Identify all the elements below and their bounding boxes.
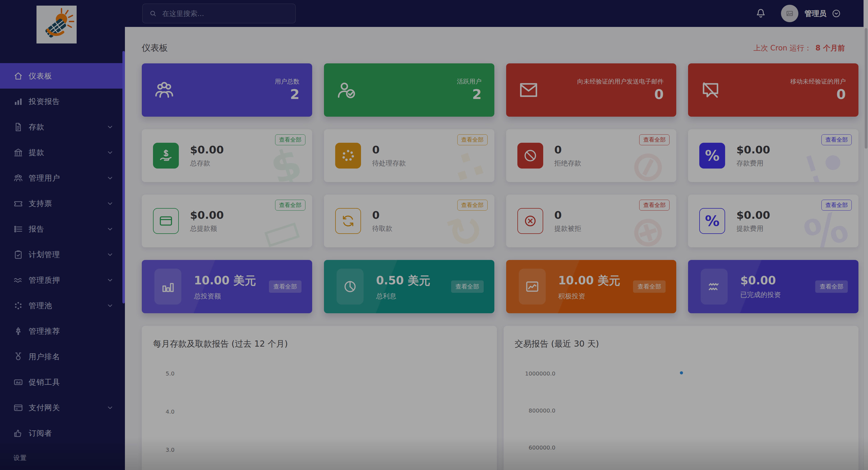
page-scrollbar-thumb[interactable] <box>865 28 867 148</box>
view-all-badge[interactable]: 查看全部 <box>822 134 852 145</box>
chevron-down-icon <box>106 174 114 182</box>
thumbs-up-icon <box>13 429 23 438</box>
y-tick: 4.0 <box>166 408 175 415</box>
y-tick: 1000000.0 <box>519 370 556 377</box>
credit-card-icon <box>13 403 23 412</box>
sidebar-item-support-tickets[interactable]: 支持票 <box>0 191 125 216</box>
chart-title: 交易报告 (最近 30 天) <box>515 338 847 350</box>
line-chart-icon <box>519 269 546 305</box>
view-all-badge[interactable]: 查看全部 <box>275 200 305 211</box>
stat-card-total-invested: 10.00 美元总投资额 查看全部 <box>142 260 312 313</box>
chevron-down-circle-icon[interactable] <box>832 9 841 18</box>
spinner-icon <box>335 143 361 169</box>
sidebar-item-promo-tools[interactable]: Ad 促销工具 <box>0 369 125 395</box>
stat-card-completed-investments: $0.00已完成的投资 查看全部 <box>688 260 859 313</box>
sidebar-item-dashboard[interactable]: 仪表板 <box>0 63 125 89</box>
stat-card-total-withdrawn: 查看全部 $0.00总提款额 ▭ <box>142 195 312 247</box>
view-all-badge[interactable]: 查看全部 <box>451 280 484 293</box>
search-box[interactable] <box>142 4 296 23</box>
view-all-badge[interactable]: 查看全部 <box>457 134 488 145</box>
chevron-down-icon <box>106 276 114 284</box>
search-input[interactable] <box>162 9 289 18</box>
sidebar-item-deposits[interactable]: 存款 <box>0 114 125 140</box>
medal-icon <box>13 352 23 362</box>
sidebar-item-manage-pool[interactable]: 管理池 <box>0 293 125 318</box>
sidebar-item-manage-staking[interactable]: 管理质押 <box>0 267 125 293</box>
y-tick: 600000.0 <box>519 444 556 451</box>
stats-grid: 用户总数2 活跃用户2 向未经验证的用户发送电子邮件0 移动未经验证的用户0 查… <box>142 63 859 313</box>
sidebar-scrollbar[interactable] <box>122 51 125 303</box>
waves-icon <box>13 275 23 285</box>
sidebar-item-general-settings[interactable]: 通用设置 <box>0 464 125 470</box>
sidebar-item-user-ranking[interactable]: 用户排名 <box>0 344 125 369</box>
chevron-down-icon <box>106 302 114 309</box>
users-icon <box>13 173 23 183</box>
bell-icon[interactable] <box>755 8 766 19</box>
charts-row: 每月存款及取款报告 (过去 12 个月) 5.0 4.0 3.0 交易报告 (最… <box>142 326 859 470</box>
page-title: 仪表板 <box>142 42 168 54</box>
chevron-down-icon <box>106 200 114 207</box>
stat-card-pending-deposits: 查看全部 0待处理存款 ∴ <box>324 129 494 182</box>
stat-card-email-unverified-users[interactable]: 向未经验证的用户发送电子邮件0 <box>506 63 677 117</box>
bar-chart-icon <box>13 97 23 106</box>
sidebar-item-withdrawals[interactable]: 提款 <box>0 140 125 165</box>
sidebar-menu: 仪表板 投资报告 存款 提款 管理用户 支持票 报告 <box>0 63 125 470</box>
top-right-cluster: 管理员 <box>755 5 864 22</box>
sidebar: 仪表板 投资报告 存款 提款 管理用户 支持票 报告 <box>0 0 125 470</box>
stat-card-rejected-withdrawals: 查看全部 0提款被拒 ⊕ <box>506 195 677 247</box>
pie-chart-icon <box>337 269 364 305</box>
settings-section-label: 设置 <box>13 454 125 462</box>
refresh-icon <box>335 208 361 234</box>
view-all-badge[interactable]: 查看全部 <box>269 280 302 293</box>
zigzag-icon <box>701 269 727 305</box>
stat-card-total-deposit: 查看全部 $0.00总存款 $ <box>142 129 312 182</box>
monthly-deposit-withdraw-chart: 每月存款及取款报告 (过去 12 个月) 5.0 4.0 3.0 <box>142 326 497 470</box>
stat-card-active-users[interactable]: 活跃用户2 <box>324 63 494 117</box>
view-all-badge[interactable]: 查看全部 <box>633 280 665 293</box>
ban-icon <box>517 143 543 169</box>
ticket-icon <box>13 199 23 208</box>
sidebar-item-invest-report[interactable]: 投资报告 <box>0 89 125 114</box>
ad-icon: Ad <box>13 377 23 387</box>
stat-card-mobile-unverified-users[interactable]: 移动未经验证的用户0 <box>688 63 859 117</box>
view-all-badge[interactable]: 查看全部 <box>822 200 852 211</box>
sidebar-item-payment-gateways[interactable]: 支付网关 <box>0 395 125 421</box>
stat-card-rejected-deposits: 查看全部 0拒绝存款 ⊘ <box>506 129 677 182</box>
file-dollar-icon <box>13 122 23 132</box>
stat-card-withdrawal-charges: 查看全部 % $0.00提款费用 % <box>688 195 859 247</box>
pool-icon <box>13 301 23 310</box>
view-all-badge[interactable]: 查看全部 <box>815 280 848 293</box>
view-all-badge[interactable]: 查看全部 <box>275 134 305 145</box>
stat-card-total-users[interactable]: 用户总数2 <box>142 63 312 117</box>
cron-status: 上次 Cron 运行：8 个月前 <box>753 43 845 53</box>
envelope-icon <box>519 80 538 100</box>
tree-icon <box>13 327 23 336</box>
x-circle-icon <box>517 208 543 234</box>
y-tick: 3.0 <box>166 446 175 453</box>
top-bar: 管理员 <box>125 0 864 27</box>
chart-title: 每月存款及取款报告 (过去 12 个月) <box>153 338 486 350</box>
transaction-report-chart: 交易报告 (最近 30 天) 1000000.0 800000.0 600000… <box>504 326 859 470</box>
hand-dollar-icon <box>153 143 179 169</box>
y-tick: 800000.0 <box>519 407 556 414</box>
view-all-badge[interactable]: 查看全部 <box>457 200 488 211</box>
view-all-badge[interactable]: 查看全部 <box>639 200 670 211</box>
sidebar-item-manage-referral[interactable]: 管理推荐 <box>0 318 125 344</box>
users-group-icon <box>154 80 174 100</box>
percent-icon: % <box>699 208 725 234</box>
stat-card-active-investments: 10.00 美元积极投资 查看全部 <box>506 260 677 313</box>
sidebar-item-manage-users[interactable]: 管理用户 <box>0 165 125 191</box>
avatar[interactable] <box>781 5 798 22</box>
chevron-down-icon <box>106 404 114 411</box>
username[interactable]: 管理员 <box>805 9 827 19</box>
sidebar-item-reports[interactable]: 报告 <box>0 216 125 242</box>
stat-card-deposit-charges: 查看全部 % $0.00存款费用 ¦• <box>688 129 859 182</box>
page-scrollbar[interactable] <box>864 0 868 470</box>
view-all-badge[interactable]: 查看全部 <box>639 134 670 145</box>
user-check-icon <box>337 80 356 100</box>
sidebar-item-plan-management[interactable]: 计划管理 <box>0 242 125 267</box>
chevron-down-icon <box>106 123 114 131</box>
chevron-down-icon <box>106 149 114 156</box>
list-icon <box>13 224 23 234</box>
sidebar-item-subscribers[interactable]: 订阅者 <box>0 421 125 446</box>
